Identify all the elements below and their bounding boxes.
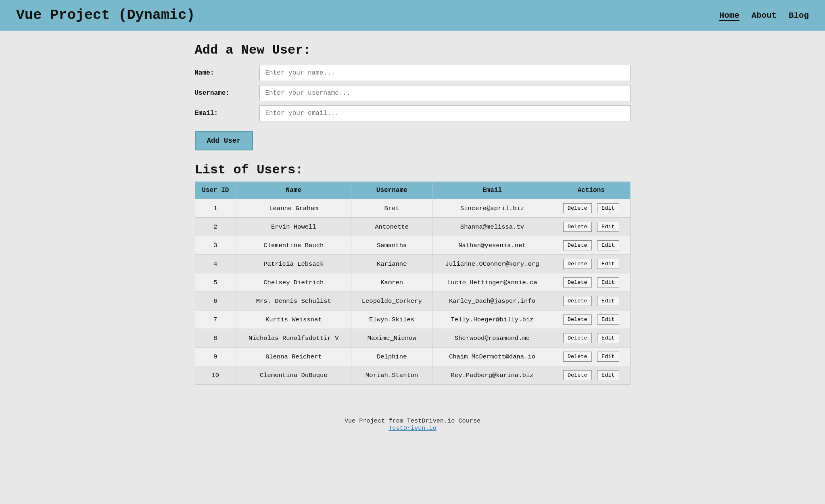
delete-button[interactable]: Delete xyxy=(563,370,592,380)
cell-email: Telly.Hoeger@billy.biz xyxy=(432,310,552,329)
table-row: 3 Clementine Bauch Samantha Nathan@yesen… xyxy=(195,236,630,255)
name-row: Name: xyxy=(195,65,631,81)
footer-link[interactable]: TestDriven.io xyxy=(388,425,436,432)
main-nav: Home About Blog xyxy=(719,11,809,20)
cell-name: Ervin Howell xyxy=(236,218,351,236)
cell-username: Karianne xyxy=(351,255,432,273)
edit-button[interactable]: Edit xyxy=(597,277,619,287)
cell-username: Kamren xyxy=(351,273,432,292)
cell-name: Nicholas Runolfsdottir V xyxy=(236,329,351,348)
table-row: 8 Nicholas Runolfsdottir V Maxime_Nienow… xyxy=(195,329,630,348)
col-username: Username xyxy=(351,182,432,199)
edit-button[interactable]: Edit xyxy=(597,259,619,269)
cell-email: Chaim_McDermott@dana.io xyxy=(432,348,552,366)
username-input[interactable] xyxy=(259,85,631,101)
cell-name: Mrs. Dennis Schulist xyxy=(236,292,351,310)
cell-email: Lucio_Hettinger@annie.ca xyxy=(432,273,552,292)
edit-button[interactable]: Edit xyxy=(597,352,619,362)
add-user-button[interactable]: Add User xyxy=(195,131,253,150)
users-tbody: 1 Leanne Graham Bret Sincere@april.biz D… xyxy=(195,199,630,385)
table-row: 9 Glenna Reichert Delphine Chaim_McDermo… xyxy=(195,348,630,366)
cell-username: Moriah.Stanton xyxy=(351,366,432,385)
nav-home[interactable]: Home xyxy=(719,11,739,20)
col-userid: User ID xyxy=(195,182,236,199)
footer-text: Vue Project from TestDriven.io Course xyxy=(8,417,817,425)
delete-button[interactable]: Delete xyxy=(563,240,592,250)
cell-actions: Delete Edit xyxy=(552,273,631,292)
delete-button[interactable]: Delete xyxy=(563,314,592,325)
edit-button[interactable]: Edit xyxy=(597,240,619,250)
table-row: 1 Leanne Graham Bret Sincere@april.biz D… xyxy=(195,199,630,218)
cell-actions: Delete Edit xyxy=(552,292,631,310)
cell-email: Julianne.OConner@kory.org xyxy=(432,255,552,273)
cell-username: Delphine xyxy=(351,348,432,366)
delete-button[interactable]: Delete xyxy=(563,333,592,343)
delete-button[interactable]: Delete xyxy=(563,296,592,306)
nav-blog[interactable]: Blog xyxy=(789,11,809,20)
cell-actions: Delete Edit xyxy=(552,310,631,329)
cell-actions: Delete Edit xyxy=(552,348,631,366)
cell-email: Sherwood@rosamond.me xyxy=(432,329,552,348)
cell-id: 2 xyxy=(195,218,236,236)
cell-name: Glenna Reichert xyxy=(236,348,351,366)
username-label: Username: xyxy=(195,90,259,97)
cell-name: Clementina DuBuque xyxy=(236,366,351,385)
table-row: 6 Mrs. Dennis Schulist Leopoldo_Corkery … xyxy=(195,292,630,310)
edit-button[interactable]: Edit xyxy=(597,222,619,232)
cell-email: Sincere@april.biz xyxy=(432,199,552,218)
table-row: 10 Clementina DuBuque Moriah.Stanton Rey… xyxy=(195,366,630,385)
col-name: Name xyxy=(236,182,351,199)
cell-name: Leanne Graham xyxy=(236,199,351,218)
cell-actions: Delete Edit xyxy=(552,199,631,218)
table-row: 2 Ervin Howell Antonette Shanna@melissa.… xyxy=(195,218,630,236)
email-input[interactable] xyxy=(259,105,631,121)
table-header-row: User ID Name Username Email Actions xyxy=(195,182,630,199)
edit-button[interactable]: Edit xyxy=(597,314,619,325)
list-users-title: List of Users: xyxy=(195,162,631,177)
cell-actions: Delete Edit xyxy=(552,255,631,273)
col-actions: Actions xyxy=(552,182,631,199)
delete-button[interactable]: Delete xyxy=(563,203,592,213)
cell-username: Antonette xyxy=(351,218,432,236)
edit-button[interactable]: Edit xyxy=(597,333,619,343)
main-content: Add a New User: Name: Username: Email: A… xyxy=(171,31,655,397)
table-row: 5 Chelsey Dietrich Kamren Lucio_Hettinge… xyxy=(195,273,630,292)
cell-actions: Delete Edit xyxy=(552,329,631,348)
table-row: 7 Kurtis Weissnat Elwyn.Skiles Telly.Hoe… xyxy=(195,310,630,329)
cell-id: 7 xyxy=(195,310,236,329)
nav-about[interactable]: About xyxy=(752,11,777,20)
edit-button[interactable]: Edit xyxy=(597,203,619,213)
cell-id: 6 xyxy=(195,292,236,310)
delete-button[interactable]: Delete xyxy=(563,259,592,269)
edit-button[interactable]: Edit xyxy=(597,296,619,306)
delete-button[interactable]: Delete xyxy=(563,222,592,232)
name-input[interactable] xyxy=(259,65,631,81)
add-user-title: Add a New User: xyxy=(195,43,631,58)
delete-button[interactable]: Delete xyxy=(563,352,592,362)
cell-id: 10 xyxy=(195,366,236,385)
cell-name: Chelsey Dietrich xyxy=(236,273,351,292)
app-header: Vue Project (Dynamic) Home About Blog xyxy=(0,0,825,31)
table-row: 4 Patricia Lebsack Karianne Julianne.OCo… xyxy=(195,255,630,273)
app-title: Vue Project (Dynamic) xyxy=(16,7,195,23)
cell-name: Clementine Bauch xyxy=(236,236,351,255)
cell-name: Patricia Lebsack xyxy=(236,255,351,273)
cell-id: 3 xyxy=(195,236,236,255)
cell-id: 9 xyxy=(195,348,236,366)
name-label: Name: xyxy=(195,69,259,77)
email-label: Email: xyxy=(195,110,259,117)
delete-button[interactable]: Delete xyxy=(563,277,592,287)
username-row: Username: xyxy=(195,85,631,101)
email-row: Email: xyxy=(195,105,631,121)
cell-id: 8 xyxy=(195,329,236,348)
users-table: User ID Name Username Email Actions 1 Le… xyxy=(195,181,631,385)
col-email: Email xyxy=(432,182,552,199)
cell-email: Nathan@yesenia.net xyxy=(432,236,552,255)
cell-name: Kurtis Weissnat xyxy=(236,310,351,329)
cell-id: 4 xyxy=(195,255,236,273)
cell-email: Karley_Dach@jasper.info xyxy=(432,292,552,310)
edit-button[interactable]: Edit xyxy=(597,370,619,380)
app-footer: Vue Project from TestDriven.io Course Te… xyxy=(0,409,825,440)
cell-username: Maxime_Nienow xyxy=(351,329,432,348)
cell-email: Rey.Padberg@karina.biz xyxy=(432,366,552,385)
